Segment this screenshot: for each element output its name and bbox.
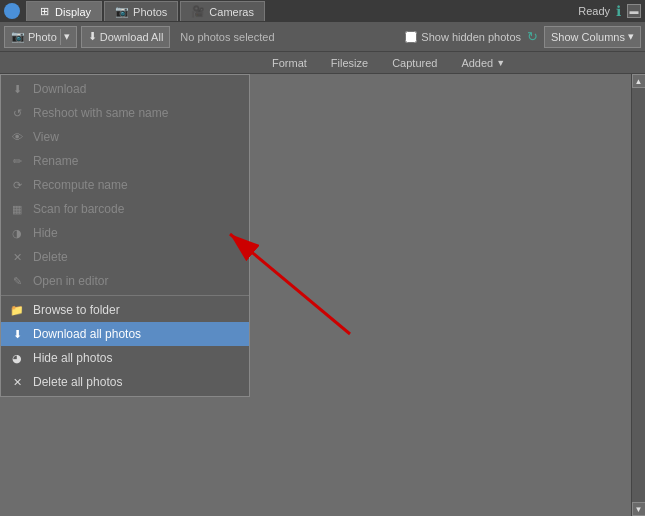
col-filesize[interactable]: Filesize <box>319 57 380 69</box>
photos-tab-label: Photos <box>133 6 167 18</box>
tab-photos[interactable]: 📷 Photos <box>104 1 178 21</box>
menu-item-download-all-photos[interactable]: ⬇Download all photos <box>1 322 249 346</box>
menu-icon-delete: ✕ <box>9 249 25 265</box>
photos-icon: 📷 <box>115 5 129 19</box>
menu-item-download: ⬇Download <box>1 77 249 101</box>
menu-label: Delete all photos <box>33 375 122 389</box>
main-area: ⬇Download↺Reshoot with same name👁View✏Re… <box>0 74 645 516</box>
menu-icon-recompute-name: ⟳ <box>9 177 25 193</box>
minimize-button[interactable]: ▬ <box>627 4 641 18</box>
info-icon[interactable]: ℹ <box>616 3 621 19</box>
menu-label: Hide <box>33 226 58 240</box>
col-added[interactable]: Added ▼ <box>449 57 517 69</box>
menu-item-open-in-editor: ✎Open in editor <box>1 269 249 293</box>
menu-icon-delete-all-photos: ✕ <box>9 374 25 390</box>
menu-icon-browse-to-folder: 📁 <box>9 302 25 318</box>
menu-separator <box>1 295 249 296</box>
menu-icon-hide: ◑ <box>9 225 25 241</box>
menu-icon-rename: ✏ <box>9 153 25 169</box>
show-columns-label: Show Columns <box>551 31 625 43</box>
col-captured[interactable]: Captured <box>380 57 449 69</box>
menu-label: View <box>33 130 59 144</box>
scrollbar-up[interactable]: ▲ <box>632 74 646 88</box>
display-icon: ⊞ <box>37 5 51 19</box>
app-logo <box>4 3 20 19</box>
menu-item-scan-for-barcode: ▦Scan for barcode <box>1 197 249 221</box>
title-bar-right: Ready ℹ ▬ <box>578 3 641 19</box>
menu-label: Recompute name <box>33 178 128 192</box>
menu-label: Open in editor <box>33 274 108 288</box>
menu-label: Reshoot with same name <box>33 106 168 120</box>
toolbar-right: Show hidden photos ↻ Show Columns ▾ <box>405 26 641 48</box>
scrollbar[interactable]: ▲ ▼ <box>631 74 645 516</box>
menu-item-hide-all-photos[interactable]: ◕Hide all photos <box>1 346 249 370</box>
download-all-icon: ⬇ <box>88 30 97 43</box>
photo-button[interactable]: 📷 Photo ▾ <box>4 26 77 48</box>
scrollbar-down[interactable]: ▼ <box>632 502 646 516</box>
cameras-icon: 🎥 <box>191 5 205 19</box>
menu-item-reshoot-with-same-name: ↺Reshoot with same name <box>1 101 249 125</box>
col-filesize-label: Filesize <box>331 57 368 69</box>
menu-label: Rename <box>33 154 78 168</box>
tab-cameras[interactable]: 🎥 Cameras <box>180 1 265 21</box>
show-columns-button[interactable]: Show Columns ▾ <box>544 26 641 48</box>
photo-btn-label: Photo <box>28 31 57 43</box>
menu-label: Browse to folder <box>33 303 120 317</box>
no-photos-label: No photos selected <box>180 31 274 43</box>
menu-icon-download: ⬇ <box>9 81 25 97</box>
col-added-label: Added <box>461 57 493 69</box>
context-menu: ⬇Download↺Reshoot with same name👁View✏Re… <box>0 74 250 397</box>
show-hidden-checkbox-label[interactable]: Show hidden photos <box>405 31 521 43</box>
menu-icon-hide-all-photos: ◕ <box>9 350 25 366</box>
menu-label: Download all photos <box>33 327 141 341</box>
menu-item-browse-to-folder[interactable]: 📁Browse to folder <box>1 298 249 322</box>
menu-icon-scan-for-barcode: ▦ <box>9 201 25 217</box>
show-columns-arrow-icon: ▾ <box>628 30 634 43</box>
col-added-sort-icon: ▼ <box>496 58 505 68</box>
menu-label: Hide all photos <box>33 351 112 365</box>
title-bar: ⊞ Display 📷 Photos 🎥 Cameras Ready ℹ ▬ <box>0 0 645 22</box>
column-headers: Format Filesize Captured Added ▼ <box>0 52 645 74</box>
menu-label: Delete <box>33 250 68 264</box>
menu-icon-download-all-photos: ⬇ <box>9 326 25 342</box>
menu-label: Download <box>33 82 86 96</box>
menu-item-delete: ✕Delete <box>1 245 249 269</box>
menu-icon-open-in-editor: ✎ <box>9 273 25 289</box>
photo-btn-arrow[interactable]: ▾ <box>60 29 70 45</box>
col-captured-label: Captured <box>392 57 437 69</box>
display-tab-label: Display <box>55 6 91 18</box>
photo-btn-icon: 📷 <box>11 30 25 43</box>
menu-label: Scan for barcode <box>33 202 124 216</box>
cameras-tab-label: Cameras <box>209 6 254 18</box>
col-format[interactable]: Format <box>260 57 319 69</box>
show-hidden-label: Show hidden photos <box>421 31 521 43</box>
refresh-icon[interactable]: ↻ <box>527 29 538 44</box>
menu-item-recompute-name: ⟳Recompute name <box>1 173 249 197</box>
menu-item-view: 👁View <box>1 125 249 149</box>
ready-status: Ready <box>578 5 610 17</box>
toolbar: 📷 Photo ▾ ⬇ Download All No photos selec… <box>0 22 645 52</box>
menu-item-rename: ✏Rename <box>1 149 249 173</box>
menu-icon-view: 👁 <box>9 129 25 145</box>
col-format-label: Format <box>272 57 307 69</box>
download-all-button[interactable]: ⬇ Download All <box>81 26 171 48</box>
menu-item-delete-all-photos[interactable]: ✕Delete all photos <box>1 370 249 394</box>
menu-icon-reshoot-with-same-name: ↺ <box>9 105 25 121</box>
menu-item-hide: ◑Hide <box>1 221 249 245</box>
download-all-label: Download All <box>100 31 164 43</box>
tab-display[interactable]: ⊞ Display <box>26 1 102 21</box>
show-hidden-checkbox[interactable] <box>405 31 417 43</box>
